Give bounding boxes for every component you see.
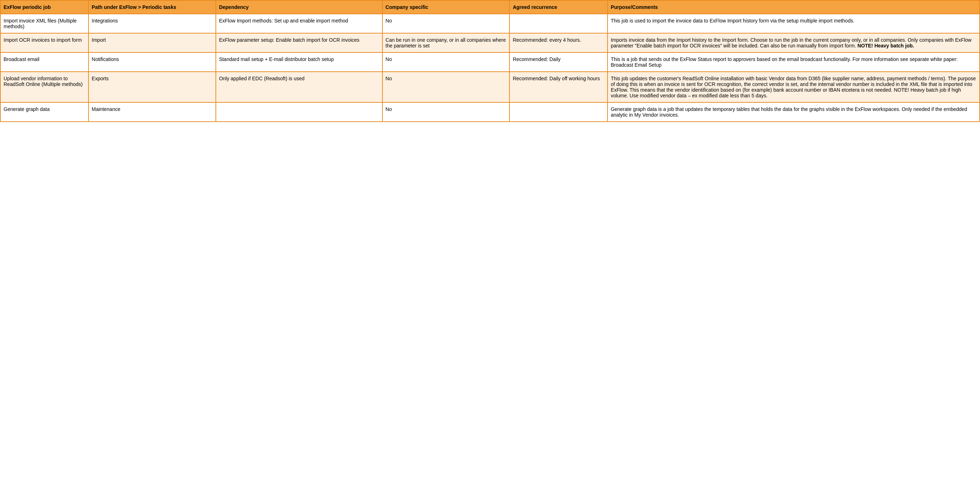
- cell-job: Generate graph data: [0, 102, 89, 122]
- cell-dependency: [216, 102, 382, 122]
- cell-comments: This job updates the customer's ReadSoft…: [608, 72, 980, 102]
- header-dependency: Dependency: [216, 0, 382, 14]
- cell-company: Can be run in one company, or in all com…: [382, 33, 510, 52]
- table-row: Generate graph dataMaintenanceNoGenerate…: [0, 102, 980, 122]
- cell-recurrence: Recommended: every 4 hours.: [509, 33, 608, 52]
- cell-dependency: Only applied if EDC (Readsoft) is used: [216, 72, 382, 102]
- cell-dependency: ExFlow parameter setup: Enable batch imp…: [216, 33, 382, 52]
- header-job: ExFlow periodic job: [0, 0, 89, 14]
- cell-dependency: Standard mail setup + E-mail distributor…: [216, 52, 382, 72]
- cell-recurrence: Recommended: Daily: [509, 52, 608, 72]
- cell-company: No: [382, 52, 510, 72]
- cell-job: Import invoice XML files (Multiple metho…: [0, 14, 89, 33]
- cell-recurrence: [509, 102, 608, 122]
- cell-comments: This is a job that sends out the ExFlow …: [608, 52, 980, 72]
- table-row: Import OCR invoices to import formImport…: [0, 33, 980, 52]
- cell-path: Notifications: [89, 52, 216, 72]
- table-row: Broadcast emailNotificationsStandard mai…: [0, 52, 980, 72]
- cell-recurrence: Recommended: Daily off working hours: [509, 72, 608, 102]
- cell-recurrence: [509, 14, 608, 33]
- cell-job: Import OCR invoices to import form: [0, 33, 89, 52]
- cell-job: Upload vendor information to ReadSoft On…: [0, 72, 89, 102]
- cell-comments: This job is used to import the invoice d…: [608, 14, 980, 33]
- header-path: Path under ExFlow > Periodic tasks: [89, 0, 216, 14]
- cell-dependency: ExFlow Import methods: Set up and enable…: [216, 14, 382, 33]
- header-comments: Purpose/Comments: [608, 0, 980, 14]
- cell-comments: Imports invoice data from the Import his…: [608, 33, 980, 52]
- cell-path: Integrations: [89, 14, 216, 33]
- cell-path: Exports: [89, 72, 216, 102]
- table-row: Import invoice XML files (Multiple metho…: [0, 14, 980, 33]
- cell-path: Maintenance: [89, 102, 216, 122]
- cell-path: Import: [89, 33, 216, 52]
- cell-company: No: [382, 14, 510, 33]
- cell-company: No: [382, 102, 510, 122]
- header-company: Company specific: [382, 0, 510, 14]
- cell-comments: Generate graph data is a job that update…: [608, 102, 980, 122]
- header-recurrence: Agreed recurrence: [509, 0, 608, 14]
- cell-company: No: [382, 72, 510, 102]
- periodic-jobs-table: ExFlow periodic job Path under ExFlow > …: [0, 0, 980, 122]
- cell-job: Broadcast email: [0, 52, 89, 72]
- table-row: Upload vendor information to ReadSoft On…: [0, 72, 980, 102]
